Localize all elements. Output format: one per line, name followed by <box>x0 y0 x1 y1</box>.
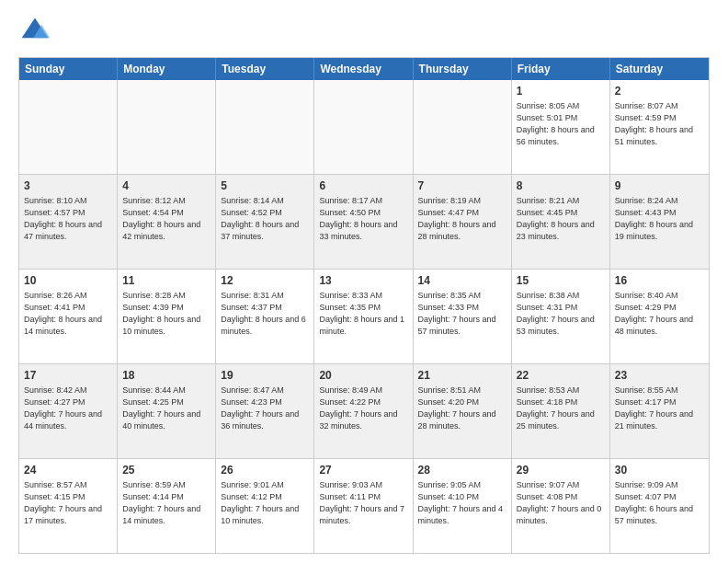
day-info: Sunrise: 8:42 AM Sunset: 4:27 PM Dayligh… <box>24 385 102 430</box>
header-cell-sunday: Sunday <box>19 58 118 80</box>
day-number: 13 <box>319 273 407 288</box>
day-info: Sunrise: 8:21 AM Sunset: 4:45 PM Dayligh… <box>517 196 595 240</box>
calendar-cell: 2Sunrise: 8:07 AM Sunset: 4:59 PM Daylig… <box>610 80 709 174</box>
calendar-cell: 5Sunrise: 8:14 AM Sunset: 4:52 PM Daylig… <box>216 175 314 269</box>
day-number: 21 <box>418 368 506 383</box>
day-number: 1 <box>517 84 605 98</box>
day-info: Sunrise: 8:40 AM Sunset: 4:29 PM Dayligh… <box>615 291 693 335</box>
day-info: Sunrise: 8:35 AM Sunset: 4:33 PM Dayligh… <box>418 291 496 335</box>
calendar-cell: 13Sunrise: 8:33 AM Sunset: 4:35 PM Dayli… <box>314 270 413 363</box>
calendar-cell: 19Sunrise: 8:47 AM Sunset: 4:23 PM Dayli… <box>216 364 314 458</box>
day-number: 26 <box>221 463 309 477</box>
calendar-cell <box>414 80 512 174</box>
calendar-header: SundayMondayTuesdayWednesdayThursdayFrid… <box>19 58 709 80</box>
calendar-row: 3Sunrise: 8:10 AM Sunset: 4:57 PM Daylig… <box>19 174 709 269</box>
day-number: 9 <box>615 178 704 193</box>
logo <box>18 15 55 48</box>
day-info: Sunrise: 8:38 AM Sunset: 4:31 PM Dayligh… <box>517 291 595 335</box>
calendar-cell: 3Sunrise: 8:10 AM Sunset: 4:57 PM Daylig… <box>19 175 118 269</box>
day-info: Sunrise: 9:07 AM Sunset: 4:08 PM Dayligh… <box>517 480 602 524</box>
day-number: 15 <box>517 273 605 288</box>
day-number: 24 <box>24 463 112 477</box>
day-number: 8 <box>517 178 605 193</box>
calendar-cell: 30Sunrise: 9:09 AM Sunset: 4:07 PM Dayli… <box>610 459 709 553</box>
calendar-cell: 17Sunrise: 8:42 AM Sunset: 4:27 PM Dayli… <box>19 364 118 458</box>
logo-icon <box>18 15 51 48</box>
header-cell-thursday: Thursday <box>414 58 512 80</box>
calendar-cell: 14Sunrise: 8:35 AM Sunset: 4:33 PM Dayli… <box>414 270 512 363</box>
day-info: Sunrise: 8:14 AM Sunset: 4:52 PM Dayligh… <box>221 196 299 240</box>
calendar-cell: 12Sunrise: 8:31 AM Sunset: 4:37 PM Dayli… <box>216 270 314 363</box>
day-info: Sunrise: 8:49 AM Sunset: 4:22 PM Dayligh… <box>319 385 397 430</box>
day-number: 14 <box>418 273 506 288</box>
day-number: 19 <box>221 368 309 383</box>
day-info: Sunrise: 8:57 AM Sunset: 4:15 PM Dayligh… <box>24 480 102 524</box>
calendar-cell: 20Sunrise: 8:49 AM Sunset: 4:22 PM Dayli… <box>314 364 413 458</box>
day-info: Sunrise: 9:05 AM Sunset: 4:10 PM Dayligh… <box>418 480 504 524</box>
calendar-cell: 28Sunrise: 9:05 AM Sunset: 4:10 PM Dayli… <box>414 459 512 553</box>
header-cell-friday: Friday <box>512 58 610 80</box>
day-info: Sunrise: 8:12 AM Sunset: 4:54 PM Dayligh… <box>122 196 200 240</box>
day-info: Sunrise: 8:05 AM Sunset: 5:01 PM Dayligh… <box>517 101 595 145</box>
calendar-cell: 27Sunrise: 9:03 AM Sunset: 4:11 PM Dayli… <box>314 459 413 553</box>
calendar-cell: 25Sunrise: 8:59 AM Sunset: 4:14 PM Dayli… <box>118 459 216 553</box>
calendar-cell: 23Sunrise: 8:55 AM Sunset: 4:17 PM Dayli… <box>610 364 709 458</box>
day-info: Sunrise: 8:17 AM Sunset: 4:50 PM Dayligh… <box>319 196 397 240</box>
calendar-cell: 18Sunrise: 8:44 AM Sunset: 4:25 PM Dayli… <box>118 364 216 458</box>
day-info: Sunrise: 8:53 AM Sunset: 4:18 PM Dayligh… <box>517 385 595 430</box>
calendar-cell <box>314 80 413 174</box>
day-number: 12 <box>221 273 309 288</box>
calendar-row: 10Sunrise: 8:26 AM Sunset: 4:41 PM Dayli… <box>19 269 709 363</box>
page: SundayMondayTuesdayWednesdayThursdayFrid… <box>0 0 728 563</box>
calendar-cell: 6Sunrise: 8:17 AM Sunset: 4:50 PM Daylig… <box>314 175 413 269</box>
day-number: 22 <box>517 368 605 383</box>
calendar-cell: 22Sunrise: 8:53 AM Sunset: 4:18 PM Dayli… <box>512 364 610 458</box>
calendar-cell: 1Sunrise: 8:05 AM Sunset: 5:01 PM Daylig… <box>512 80 610 174</box>
calendar: SundayMondayTuesdayWednesdayThursdayFrid… <box>18 57 710 554</box>
calendar-cell: 21Sunrise: 8:51 AM Sunset: 4:20 PM Dayli… <box>414 364 512 458</box>
day-number: 23 <box>615 368 704 383</box>
day-number: 6 <box>319 178 407 193</box>
calendar-row: 24Sunrise: 8:57 AM Sunset: 4:15 PM Dayli… <box>19 458 709 553</box>
day-number: 16 <box>615 273 704 288</box>
calendar-cell <box>19 80 118 174</box>
calendar-cell: 16Sunrise: 8:40 AM Sunset: 4:29 PM Dayli… <box>610 270 709 363</box>
day-number: 2 <box>615 84 704 98</box>
day-info: Sunrise: 8:47 AM Sunset: 4:23 PM Dayligh… <box>221 385 299 430</box>
day-info: Sunrise: 8:19 AM Sunset: 4:47 PM Dayligh… <box>418 196 496 240</box>
calendar-cell <box>118 80 216 174</box>
day-info: Sunrise: 9:09 AM Sunset: 4:07 PM Dayligh… <box>615 480 693 524</box>
day-info: Sunrise: 8:44 AM Sunset: 4:25 PM Dayligh… <box>122 385 200 430</box>
header-cell-saturday: Saturday <box>610 58 709 80</box>
day-info: Sunrise: 8:33 AM Sunset: 4:35 PM Dayligh… <box>319 291 404 335</box>
day-info: Sunrise: 9:01 AM Sunset: 4:12 PM Dayligh… <box>221 480 299 524</box>
day-number: 17 <box>24 368 112 383</box>
calendar-cell: 10Sunrise: 8:26 AM Sunset: 4:41 PM Dayli… <box>19 270 118 363</box>
calendar-cell: 8Sunrise: 8:21 AM Sunset: 4:45 PM Daylig… <box>512 175 610 269</box>
day-number: 20 <box>319 368 407 383</box>
day-number: 5 <box>221 178 309 193</box>
day-number: 27 <box>319 463 407 477</box>
header <box>18 15 710 48</box>
header-cell-tuesday: Tuesday <box>216 58 314 80</box>
calendar-row: 1Sunrise: 8:05 AM Sunset: 5:01 PM Daylig… <box>19 80 709 174</box>
calendar-body: 1Sunrise: 8:05 AM Sunset: 5:01 PM Daylig… <box>19 80 709 553</box>
day-number: 3 <box>24 178 112 193</box>
day-info: Sunrise: 8:24 AM Sunset: 4:43 PM Dayligh… <box>615 196 693 240</box>
day-number: 30 <box>615 463 704 477</box>
day-number: 7 <box>418 178 506 193</box>
calendar-cell: 11Sunrise: 8:28 AM Sunset: 4:39 PM Dayli… <box>118 270 216 363</box>
calendar-cell: 24Sunrise: 8:57 AM Sunset: 4:15 PM Dayli… <box>19 459 118 553</box>
day-number: 25 <box>122 463 210 477</box>
calendar-cell: 29Sunrise: 9:07 AM Sunset: 4:08 PM Dayli… <box>512 459 610 553</box>
day-info: Sunrise: 8:59 AM Sunset: 4:14 PM Dayligh… <box>122 480 200 524</box>
day-info: Sunrise: 8:26 AM Sunset: 4:41 PM Dayligh… <box>24 291 102 335</box>
day-number: 10 <box>24 273 112 288</box>
calendar-cell: 7Sunrise: 8:19 AM Sunset: 4:47 PM Daylig… <box>414 175 512 269</box>
day-info: Sunrise: 8:55 AM Sunset: 4:17 PM Dayligh… <box>615 385 693 430</box>
header-cell-monday: Monday <box>118 58 216 80</box>
calendar-row: 17Sunrise: 8:42 AM Sunset: 4:27 PM Dayli… <box>19 363 709 458</box>
calendar-cell: 4Sunrise: 8:12 AM Sunset: 4:54 PM Daylig… <box>118 175 216 269</box>
header-cell-wednesday: Wednesday <box>314 58 413 80</box>
day-number: 4 <box>122 178 210 193</box>
